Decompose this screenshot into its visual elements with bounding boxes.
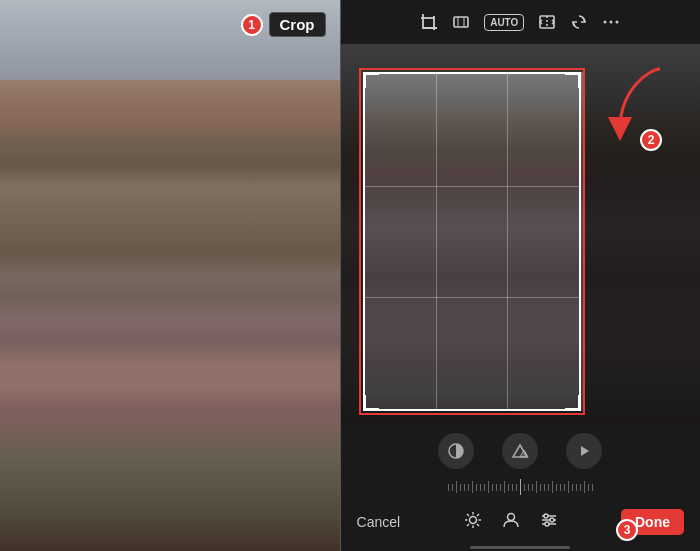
svg-marker-14	[581, 446, 589, 456]
right-panel: AUTO	[341, 0, 700, 551]
tick	[548, 484, 549, 491]
left-panel: 1 Crop	[0, 0, 340, 551]
grid-line-h2	[365, 297, 579, 298]
more-options-icon[interactable]	[602, 13, 620, 31]
circle-half-button[interactable]	[438, 433, 474, 469]
grid-line-v1	[436, 74, 437, 409]
step-2-badge: 2	[640, 129, 662, 151]
filter-icon-row	[341, 423, 700, 477]
tick	[580, 484, 581, 491]
tick	[468, 484, 469, 491]
tick	[528, 484, 529, 491]
ruler-marks	[341, 479, 700, 495]
tick	[500, 484, 501, 491]
crop-handle-bottomright[interactable]	[565, 395, 581, 411]
svg-point-24	[507, 514, 514, 521]
crop-box[interactable]	[363, 72, 581, 411]
svg-point-7	[604, 21, 607, 24]
tick	[512, 484, 513, 491]
tick	[496, 484, 497, 491]
tick	[560, 484, 561, 491]
svg-point-30	[545, 522, 549, 526]
svg-line-23	[467, 524, 469, 526]
svg-point-8	[610, 21, 613, 24]
home-indicator	[341, 547, 700, 551]
crop-label: Crop	[269, 12, 326, 37]
svg-point-29	[550, 518, 554, 522]
left-photo	[0, 0, 340, 551]
tick	[476, 484, 477, 491]
crop-badge-container: 1 Crop	[241, 12, 326, 37]
tick	[516, 484, 517, 491]
grid-line-h1	[365, 186, 579, 187]
tick	[552, 481, 553, 493]
crop-outside-bottom	[341, 411, 700, 423]
svg-point-9	[616, 21, 619, 24]
crop-outside-left	[341, 72, 363, 411]
crop-handle-bottomleft[interactable]	[363, 395, 379, 411]
tick	[536, 481, 537, 493]
action-icons	[464, 511, 558, 533]
tick	[448, 484, 449, 491]
playback-button[interactable]	[566, 433, 602, 469]
tick	[556, 484, 557, 491]
svg-line-21	[477, 524, 479, 526]
tick	[460, 484, 461, 491]
top-toolbar: AUTO	[341, 0, 700, 44]
step-1-badge: 1	[241, 14, 263, 36]
tick	[592, 484, 593, 491]
svg-point-28	[544, 514, 548, 518]
tick	[532, 484, 533, 491]
cancel-button[interactable]: Cancel	[357, 514, 401, 530]
crop-handle-topleft[interactable]	[363, 72, 379, 88]
mountain-button[interactable]	[502, 433, 538, 469]
bottom-controls: Cancel	[341, 423, 700, 551]
photo-area: 2	[341, 44, 700, 423]
tick	[524, 484, 525, 491]
auto-badge[interactable]: AUTO	[484, 14, 524, 31]
tick	[588, 484, 589, 491]
tick	[472, 481, 473, 493]
step-3-badge: 3	[616, 519, 638, 541]
tick	[564, 484, 565, 491]
tick	[456, 481, 457, 493]
tick-center	[520, 479, 521, 495]
svg-rect-2	[454, 17, 468, 27]
brightness-icon[interactable]	[464, 511, 482, 533]
action-bar: Cancel	[341, 501, 700, 547]
flip-icon[interactable]	[538, 13, 556, 31]
tick	[544, 484, 545, 491]
tick	[504, 481, 505, 493]
tick	[480, 484, 481, 491]
svg-line-20	[467, 514, 469, 516]
rotation-slider[interactable]	[341, 477, 700, 501]
tick	[576, 484, 577, 491]
tick	[452, 484, 453, 491]
tick	[584, 481, 585, 493]
svg-line-22	[477, 514, 479, 516]
crop-handle-topright[interactable]	[565, 72, 581, 88]
tick	[540, 484, 541, 491]
tick	[484, 484, 485, 491]
tick	[568, 481, 569, 493]
svg-marker-13	[520, 450, 528, 457]
rotate-icon[interactable]	[570, 13, 588, 31]
crop-icon[interactable]	[420, 13, 438, 31]
tick	[508, 484, 509, 491]
tick	[492, 484, 493, 491]
grid-line-v2	[507, 74, 508, 409]
crop-grid	[365, 74, 579, 409]
tick	[488, 481, 489, 493]
tick	[572, 484, 573, 491]
svg-point-15	[469, 517, 476, 524]
portrait-icon[interactable]	[502, 511, 520, 533]
aspect-ratio-icon[interactable]	[452, 13, 470, 31]
tick	[464, 484, 465, 491]
tune-icon[interactable]	[540, 511, 558, 533]
